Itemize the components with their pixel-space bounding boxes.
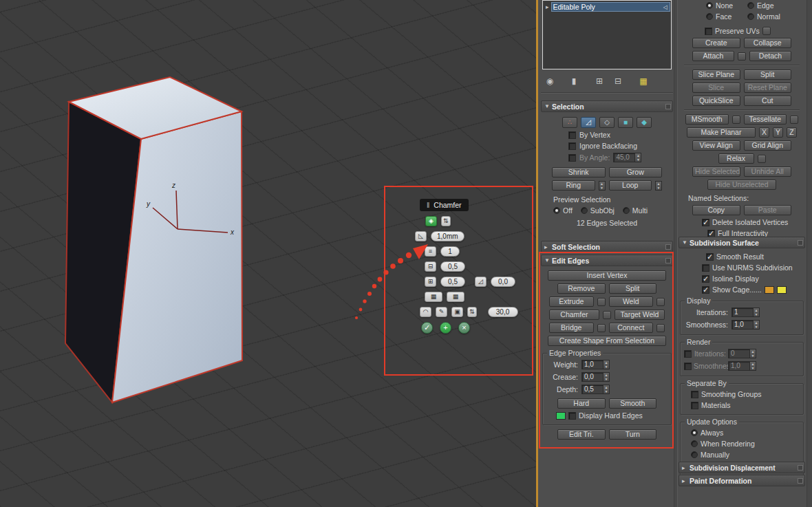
configure-modifier-sets-icon[interactable]: ▦ xyxy=(639,76,648,86)
cut-button[interactable]: Cut xyxy=(744,96,792,106)
weld-button[interactable]: Weld xyxy=(609,296,654,307)
render-iterations-spinner[interactable]: 0 xyxy=(728,349,756,358)
display-hard-edges-checkbox[interactable] xyxy=(568,412,576,420)
insert-vertex-button[interactable]: Insert Vertex xyxy=(548,270,666,281)
constraint-none-radio[interactable] xyxy=(706,2,713,9)
mitering-option-b-icon[interactable]: ▦ xyxy=(447,292,464,302)
update-manually-radio[interactable] xyxy=(691,451,698,458)
by-vertex-checkbox[interactable] xyxy=(568,131,576,139)
ignore-backfacing-checkbox[interactable] xyxy=(568,142,576,150)
rollout-gadget[interactable] xyxy=(665,244,671,250)
edge-subobject-button[interactable]: ◿ xyxy=(581,117,596,128)
chamfer-amount-field[interactable]: 1,0mm xyxy=(431,231,464,241)
paste-button[interactable]: Paste xyxy=(744,205,792,215)
drag-handle-icon[interactable]: ‖ xyxy=(427,201,429,209)
smooth-button[interactable]: Smooth xyxy=(609,398,657,409)
bridge-settings-button[interactable] xyxy=(597,324,606,332)
hide-unselected-button[interactable]: Hide Unselected xyxy=(707,180,776,190)
stack-item-row[interactable]: Editable Poly ◁ xyxy=(544,2,670,12)
copy-button[interactable]: Copy xyxy=(692,205,740,215)
delete-isolated-vertices-checkbox[interactable] xyxy=(702,219,709,226)
paint-deformation-rollout-header[interactable]: Paint Deformation xyxy=(679,475,805,486)
rollout-gadget[interactable] xyxy=(665,258,671,263)
rollout-gadget[interactable] xyxy=(665,104,671,109)
full-interactivity-checkbox[interactable] xyxy=(707,230,715,237)
modifier-stack[interactable]: Editable Poly ◁ xyxy=(542,0,672,69)
planar-x-button[interactable]: X xyxy=(759,127,769,138)
make-planar-button[interactable]: Make Planar xyxy=(687,127,756,138)
soft-selection-rollout-header[interactable]: Soft Selection xyxy=(541,241,673,252)
msmooth-settings-button[interactable] xyxy=(732,116,740,124)
show-end-result-icon[interactable]: ▮ xyxy=(569,76,579,86)
msmooth-button[interactable]: MSmooth xyxy=(685,114,729,125)
materials-checkbox[interactable] xyxy=(691,402,698,409)
subdivision-surface-rollout-header[interactable]: Subdivision Surface xyxy=(679,237,805,248)
display-smoothness-spinner[interactable]: 1,0 xyxy=(731,320,760,330)
segments-field[interactable]: 1 xyxy=(440,246,460,257)
vertex-subobject-button[interactable]: ∴ xyxy=(562,117,577,128)
polygon-subobject-button[interactable]: ■ xyxy=(618,117,633,128)
panel-scroll-strip-right[interactable] xyxy=(806,0,812,507)
show-cage-checkbox[interactable] xyxy=(702,286,709,294)
cage-color-swatch[interactable] xyxy=(765,286,774,294)
smoothing-groups-checkbox[interactable] xyxy=(691,391,698,398)
weight-spinner[interactable]: 1,0 xyxy=(581,360,610,369)
unhide-all-button[interactable]: Unhide All xyxy=(744,166,792,177)
connect-button[interactable]: Connect xyxy=(609,323,654,333)
tessellate-settings-button[interactable] xyxy=(790,116,798,124)
slice-plane-button[interactable]: Slice Plane xyxy=(692,69,740,80)
open-chamfer-icon[interactable]: ▣ xyxy=(451,307,463,317)
pin-stack-icon[interactable]: ◉ xyxy=(545,76,555,86)
rollout-gadget[interactable] xyxy=(798,240,803,246)
split-button[interactable]: Split xyxy=(609,283,657,294)
segments-icon[interactable]: ≡ xyxy=(425,246,436,257)
tension-field[interactable]: 0,5 xyxy=(440,261,465,272)
caddy-apply-button[interactable]: + xyxy=(440,322,451,334)
relax-settings-button[interactable] xyxy=(758,155,766,163)
caddy-cancel-button[interactable]: × xyxy=(458,322,470,334)
smooth-result-checkbox[interactable] xyxy=(706,253,714,261)
stack-item-selected[interactable]: Editable Poly ◁ xyxy=(551,2,670,12)
preview-off-radio[interactable] xyxy=(553,207,560,214)
caddy-ok-button[interactable]: ✓ xyxy=(421,322,433,334)
collapse-button[interactable]: Collapse xyxy=(744,38,792,48)
grid-align-button[interactable]: Grid Align xyxy=(744,140,792,151)
isoline-display-checkbox[interactable] xyxy=(702,275,709,283)
element-subobject-button[interactable]: ◆ xyxy=(637,117,652,128)
extrude-settings-button[interactable] xyxy=(597,298,606,306)
constraint-face-radio[interactable] xyxy=(706,13,713,20)
shrink-button[interactable]: Shrink xyxy=(552,167,606,177)
loop-spinner[interactable] xyxy=(655,181,662,191)
loop-button[interactable]: Loop xyxy=(609,180,652,191)
depth-field[interactable]: 0,5 xyxy=(440,277,465,287)
split-button[interactable]: Split xyxy=(744,69,792,80)
relax-button[interactable]: Relax xyxy=(718,153,754,164)
rollout-gadget[interactable] xyxy=(798,465,803,471)
constraint-edge-radio[interactable] xyxy=(747,2,754,9)
remove-button[interactable]: Remove xyxy=(557,283,606,294)
by-angle-spinner[interactable]: 45,0 xyxy=(613,153,641,162)
smooth-toggle-icon[interactable]: ◠ xyxy=(420,307,431,317)
panel-scroll-strip[interactable] xyxy=(674,0,678,507)
view-align-button[interactable]: View Align xyxy=(692,140,740,151)
preview-subobj-radio[interactable] xyxy=(581,207,588,214)
reset-plane-button[interactable]: Reset Plane xyxy=(744,83,792,93)
tessellate-button[interactable]: Tessellate xyxy=(744,114,787,125)
chamfer-settings-button[interactable] xyxy=(603,311,611,319)
connect-settings-button[interactable] xyxy=(656,324,665,332)
bias-icon[interactable]: ◿ xyxy=(475,277,487,287)
tension-icon[interactable]: ⊟ xyxy=(425,261,436,272)
hard-edge-color-swatch[interactable] xyxy=(556,412,566,420)
preserve-uvs-checkbox[interactable] xyxy=(705,28,712,35)
smooth-spinner-icon[interactable]: ⇅ xyxy=(467,307,477,317)
mitering-option-a-icon[interactable]: ▦ xyxy=(425,292,442,302)
display-iterations-spinner[interactable]: 1 xyxy=(731,308,760,317)
bias-field[interactable]: 0,0 xyxy=(491,277,515,287)
create-shape-button[interactable]: Create Shape From Selection xyxy=(548,336,666,346)
rollout-gadget[interactable] xyxy=(798,478,803,484)
edit-edges-rollout-header[interactable]: Edit Edges xyxy=(541,255,673,266)
mode-spinner-icon[interactable]: ⇅ xyxy=(441,216,451,226)
weld-settings-button[interactable] xyxy=(656,298,665,306)
expand-arrow-icon[interactable] xyxy=(544,3,551,10)
smooth-edit-icon[interactable]: ✎ xyxy=(436,307,447,317)
